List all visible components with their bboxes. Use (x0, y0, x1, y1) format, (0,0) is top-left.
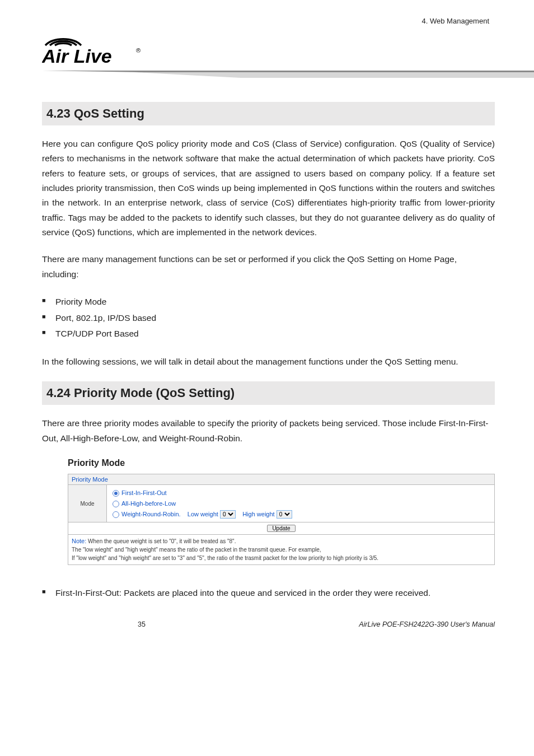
feature-list: Priority Mode Port, 802.1p, IP/DS based … (42, 294, 495, 342)
list-item: First-In-First-Out: Packets are placed i… (42, 585, 495, 601)
radio-icon (113, 511, 119, 518)
note-text: Note: When the queue weight is set to "0… (68, 535, 494, 564)
high-weight-select[interactable]: 0 (277, 510, 292, 519)
paragraph: In the following sessions, we will talk … (42, 354, 495, 369)
low-weight-select[interactable]: 0 (220, 510, 236, 519)
panel-header: Priority Mode (68, 474, 494, 485)
radio-icon (113, 490, 119, 497)
update-button[interactable]: Update (267, 525, 295, 532)
header-swoosh (0, 71, 534, 83)
priority-mode-panel: Priority Mode Mode First-In-First-Out Al… (68, 474, 495, 565)
list-item: TCP/UDP Port Based (42, 326, 495, 342)
paragraph: There are three priority modes available… (42, 416, 495, 446)
svg-text:Air Live: Air Live (42, 45, 112, 67)
mode-label: Mode (68, 485, 107, 522)
page-footer: 35 AirLive POE-FSH2422G-390 User's Manua… (42, 620, 495, 628)
section-title-4-24: 4.24 Priority Mode (QoS Setting) (42, 381, 495, 405)
page-number: 35 (42, 620, 241, 628)
list-item: Priority Mode (42, 294, 495, 310)
manual-name: AirLive POE-FSH2422G-390 User's Manual (241, 620, 495, 628)
paragraph: Here you can configure QoS policy priori… (42, 137, 495, 240)
brand-logo: Air Live ® (42, 35, 495, 67)
radio-icon (113, 501, 119, 507)
feature-list: First-In-First-Out: Packets are placed i… (42, 585, 495, 601)
section-title-4-23: 4.23 QoS Setting (42, 102, 495, 125)
list-item: Port, 802.1p, IP/DS based (42, 310, 495, 326)
radio-option-wrr[interactable]: Weight-Round-Robin. Low weight 0 High we… (113, 509, 489, 520)
svg-marker-3 (134, 72, 534, 78)
paragraph: There are many management functions can … (42, 252, 495, 282)
radio-option-fifo[interactable]: First-In-First-Out (113, 488, 489, 498)
svg-text:®: ® (136, 47, 140, 54)
svg-marker-2 (42, 71, 534, 72)
radio-option-allhigh[interactable]: All-High-before-Low (113, 498, 489, 509)
chapter-label: 4. Web Management (422, 17, 489, 25)
subheading-priority-mode: Priority Mode (68, 458, 495, 468)
